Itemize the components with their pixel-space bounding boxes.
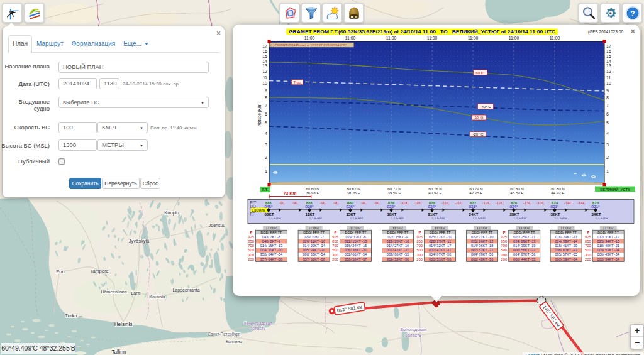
svg-text:36.93 E: 36.93 E xyxy=(306,190,319,195)
svg-text:11:00Z: 11:00Z xyxy=(435,226,446,230)
svg-text:002/ 39KT -54: 002/ 39KT -54 xyxy=(555,258,577,261)
svg-text:DDD/ FFF TT: DDD/ FFF TT xyxy=(345,231,367,234)
svg-text:11:00Z: 11:00Z xyxy=(602,226,614,230)
svg-text:50 Kt: 50 Kt xyxy=(474,116,483,119)
svg-text:4: 4 xyxy=(265,131,267,136)
svg-text:850: 850 xyxy=(585,239,591,243)
svg-text:026/ 12KT -10: 026/ 12KT -10 xyxy=(303,239,325,243)
svg-text:700: 700 xyxy=(585,244,591,248)
svg-text:11:00Z: 11:00Z xyxy=(560,226,572,230)
svg-text:Helsinki: Helsinki xyxy=(114,322,133,327)
svg-text:200: 200 xyxy=(585,258,591,261)
svg-text:2: 2 xyxy=(265,155,267,160)
svg-text:Turku: Turku xyxy=(65,313,77,319)
svg-text:-13C: -13C xyxy=(536,200,545,205)
svg-text:Kouvola: Kouvola xyxy=(149,295,165,299)
svg-text:925: 925 xyxy=(416,235,423,239)
svg-text:8: 8 xyxy=(606,96,609,100)
svg-text:024/ 33KT -14: 024/ 33KT -14 xyxy=(555,239,577,243)
svg-text:60 Kt: 60 Kt xyxy=(475,71,484,75)
svg-text:200: 200 xyxy=(248,258,254,261)
svg-text:DDD/ FFF TT: DDD/ FFF TT xyxy=(387,231,409,234)
svg-text:022/ 15KT -10: 022/ 15KT -10 xyxy=(345,239,367,243)
svg-text:007/ 47KT -31: 007/ 47KT -31 xyxy=(429,248,451,252)
svg-text:Tampere: Tampere xyxy=(90,268,108,274)
svg-text:39.59 E: 39.59 E xyxy=(387,190,401,195)
svg-text:DDD/ FFF TT: DDD/ FFF TT xyxy=(514,231,535,234)
svg-text:11:00Z: 11:00Z xyxy=(350,226,362,230)
svg-text:-9C: -9C xyxy=(333,200,340,205)
svg-text:500: 500 xyxy=(585,248,591,252)
svg-text:11:00: 11:00 xyxy=(468,36,479,40)
svg-text:029/ 13KT -8: 029/ 13KT -8 xyxy=(345,235,365,239)
svg-text:-40° C: -40° C xyxy=(480,105,491,109)
svg-text:Г.Т.: Г.Т. xyxy=(262,187,269,192)
svg-text:000/ 65KT -54: 000/ 65KT -54 xyxy=(303,253,325,256)
svg-text:007/ 42KT -31: 007/ 42KT -31 xyxy=(387,248,409,252)
svg-text:9: 9 xyxy=(606,89,609,93)
svg-text:DDD/ FFF TT: DDD/ FFF TT xyxy=(472,231,493,234)
svg-text:6: 6 xyxy=(265,112,267,116)
svg-text:015/ 41KT -20: 015/ 41KT -20 xyxy=(555,244,577,248)
svg-text:-9C: -9C xyxy=(361,200,368,205)
svg-text:040/ 8KT -9: 040/ 8KT -9 xyxy=(262,239,280,243)
svg-text:1: 1 xyxy=(265,169,267,173)
svg-text:Tallinn: Tallinn xyxy=(111,349,126,355)
svg-text:9: 9 xyxy=(265,89,267,93)
svg-text:Колпино: Колпино xyxy=(226,339,242,344)
svg-text:P: P xyxy=(419,231,421,234)
svg-text:300: 300 xyxy=(585,253,591,257)
svg-text:CLEAR: CLEAR xyxy=(350,216,364,220)
svg-text:023/ 34KT -15: 023/ 34KT -15 xyxy=(597,239,619,243)
svg-text:005/ 34KT -30: 005/ 34KT -30 xyxy=(303,248,325,252)
svg-text:850: 850 xyxy=(332,239,338,243)
svg-text:Kuopio: Kuopio xyxy=(164,210,179,216)
svg-text:850: 850 xyxy=(416,239,423,243)
svg-text:13: 13 xyxy=(262,63,267,68)
svg-text:GRAMET FROM Г.Т.(60.52N/35.62E: GRAMET FROM Г.Т.(60.52N/35.62E/219m) at … xyxy=(289,29,555,35)
svg-text:300: 300 xyxy=(248,253,254,257)
svg-text:4: 4 xyxy=(606,131,609,136)
svg-text:925: 925 xyxy=(501,235,508,239)
svg-text:004/ 67KT -56: 004/ 67KT -56 xyxy=(429,253,451,256)
svg-text:FF: FF xyxy=(250,212,255,216)
svg-text:850: 850 xyxy=(501,239,508,243)
svg-text:40.92 E: 40.92 E xyxy=(428,190,441,195)
svg-text:P: P xyxy=(503,231,506,234)
svg-text:006/ 60KT -33: 006/ 60KT -33 xyxy=(555,248,577,252)
svg-text:P: P xyxy=(587,231,589,234)
svg-text:014/ 20KT -14: 014/ 20KT -14 xyxy=(303,244,325,248)
svg-text:004/ 67KT -56: 004/ 67KT -56 xyxy=(513,253,535,256)
svg-text:018/ 40KT -21: 018/ 40KT -21 xyxy=(597,244,619,248)
svg-text:300: 300 xyxy=(416,253,423,257)
svg-text:11:00: 11:00 xyxy=(386,36,397,40)
svg-text:Trop: Trop xyxy=(293,80,301,84)
svg-text:Altitude (Km): Altitude (Km) xyxy=(257,104,262,127)
svg-text:359/ 53KT -56: 359/ 53KT -56 xyxy=(387,258,409,261)
svg-text:-20° C: -20° C xyxy=(472,133,484,136)
svg-text:925: 925 xyxy=(248,235,254,239)
svg-text:5: 5 xyxy=(265,121,267,125)
svg-text:73 Km: 73 Km xyxy=(283,191,296,195)
svg-text:11:00Z: 11:00Z xyxy=(477,226,488,230)
svg-text:42.25 E: 42.25 E xyxy=(469,190,482,195)
svg-text:-14C: -14C xyxy=(564,200,573,205)
svg-text:-13C: -13C xyxy=(523,200,532,205)
svg-text:000/ 51KT -56: 000/ 51KT -56 xyxy=(429,258,451,261)
svg-text:300: 300 xyxy=(332,253,338,257)
svg-text:500: 500 xyxy=(501,248,508,252)
svg-text:CLEAR: CLEAR xyxy=(269,216,282,220)
svg-text:Joensuu: Joensuu xyxy=(209,223,226,227)
svg-text:11:00: 11:00 xyxy=(304,36,315,40)
svg-text:(GFS 20141023 00: (GFS 20141023 00 xyxy=(588,30,623,35)
svg-text:500: 500 xyxy=(332,248,338,252)
svg-text:Ленинградская: Ленинградская xyxy=(243,321,272,326)
svg-text:014/ 32KT -17: 014/ 32KT -17 xyxy=(429,244,451,248)
svg-text:043/ 7KT -8: 043/ 7KT -8 xyxy=(262,235,280,239)
svg-text:DDD/ FFF TT: DDD/ FFF TT xyxy=(597,231,619,234)
svg-text:43.59 E: 43.59 E xyxy=(510,190,523,195)
svg-text:004/ 69KT -56: 004/ 69KT -56 xyxy=(471,253,493,256)
svg-text:700: 700 xyxy=(248,244,254,248)
svg-text:Hämeenlinna: Hämeenlinna xyxy=(101,290,126,294)
svg-text:200: 200 xyxy=(332,258,338,261)
